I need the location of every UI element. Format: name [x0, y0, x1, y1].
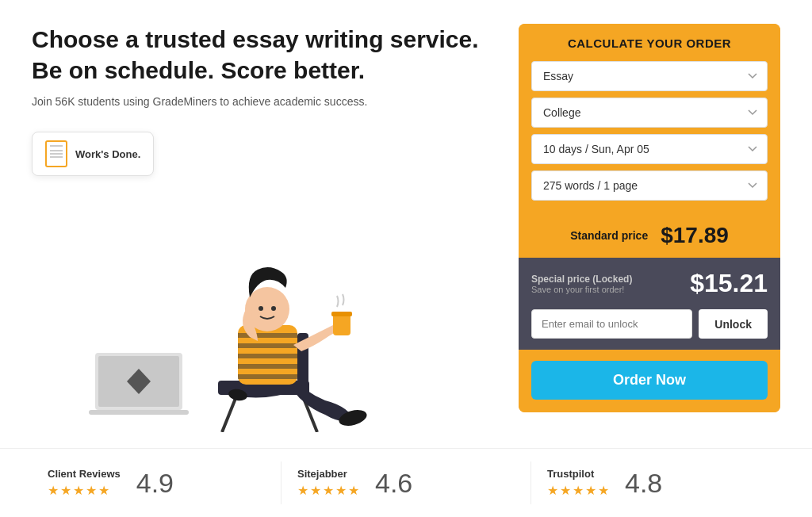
- review-item-trustpilot: Trustpilot ★ ★ ★ ★ ★ 4.8: [531, 461, 780, 504]
- calc-body: Essay Research Paper Term Paper High Sch…: [519, 61, 780, 213]
- standard-price-label: Standard price: [570, 229, 648, 242]
- star-1: ★: [297, 483, 308, 498]
- calc-header: CALCULATE YOUR ORDER: [519, 24, 780, 61]
- stars-client: ★ ★ ★ ★ ★: [48, 483, 121, 498]
- review-item-client: Client Reviews ★ ★ ★ ★ ★ 4.9: [32, 461, 282, 504]
- svg-point-17: [259, 306, 263, 311]
- special-price-title: Special price (Locked): [531, 274, 632, 285]
- svg-rect-3: [89, 410, 189, 415]
- star-2: ★: [560, 483, 571, 498]
- calc-header-title: CALCULATE YOUR ORDER: [534, 36, 764, 50]
- essay-type-select[interactable]: Essay Research Paper Term Paper: [531, 61, 768, 91]
- review-left-client: Client Reviews ★ ★ ★ ★ ★: [48, 468, 121, 498]
- email-input[interactable]: [531, 309, 692, 339]
- review-platform-client: Client Reviews: [48, 468, 121, 480]
- academic-level-select[interactable]: High School College University: [531, 98, 768, 128]
- reviews-bar: Client Reviews ★ ★ ★ ★ ★ 4.9 Sitejabber …: [0, 448, 812, 517]
- pages-select[interactable]: 275 words / 1 page 550 words / 2 pages: [531, 170, 768, 201]
- svg-rect-13: [238, 354, 297, 358]
- review-platform-sitejabber: Sitejabber: [297, 468, 359, 480]
- star-4: ★: [585, 483, 596, 498]
- svg-point-18: [271, 306, 276, 311]
- hero-title: Choose a trusted essay writing service. …: [32, 24, 495, 86]
- svg-rect-11: [238, 333, 297, 338]
- review-left-sitejabber: Sitejabber ★ ★ ★ ★ ★: [297, 468, 359, 498]
- calculator-card: CALCULATE YOUR ORDER Essay Research Pape…: [519, 24, 780, 412]
- special-price-amount: $15.21: [690, 269, 768, 298]
- page-wrapper: Choose a trusted essay writing service. …: [0, 0, 812, 517]
- review-score-trustpilot: 4.8: [625, 469, 662, 496]
- special-price-subtitle: Save on your first order!: [531, 285, 632, 294]
- review-score-client: 4.9: [136, 469, 174, 496]
- svg-rect-12: [238, 343, 297, 348]
- svg-rect-20: [331, 312, 352, 316]
- hero-illustration: [79, 210, 381, 432]
- doc-icon: [45, 140, 67, 167]
- works-done-text: Work's Done.: [75, 148, 140, 160]
- review-score-sitejabber: 4.6: [375, 469, 412, 496]
- order-now-button[interactable]: Order Now: [531, 361, 768, 400]
- special-price-section: Special price (Locked) Save on your firs…: [519, 258, 780, 309]
- star-5: ★: [348, 483, 359, 498]
- svg-rect-15: [238, 374, 297, 379]
- svg-rect-14: [238, 364, 297, 369]
- works-done-badge: Work's Done.: [32, 132, 154, 176]
- unlock-button[interactable]: Unlock: [699, 309, 768, 339]
- deadline-select[interactable]: 3 hours 1 day 10 days / Sun, Apr 05: [531, 134, 768, 164]
- star-5: ★: [98, 483, 109, 498]
- stars-sitejabber: ★ ★ ★ ★ ★: [297, 483, 359, 498]
- special-price-left: Special price (Locked) Save on your firs…: [531, 274, 632, 294]
- left-section: Choose a trusted essay writing service. …: [32, 24, 495, 432]
- star-2: ★: [60, 483, 71, 498]
- illustration-area: Work's Done.: [32, 124, 495, 432]
- star-4: ★: [86, 483, 97, 498]
- svg-rect-19: [333, 313, 350, 335]
- review-item-sitejabber: Sitejabber ★ ★ ★ ★ ★ 4.6: [282, 461, 531, 504]
- star-1: ★: [547, 483, 558, 498]
- stars-trustpilot: ★ ★ ★ ★ ★: [547, 483, 609, 498]
- star-5: ★: [598, 483, 609, 498]
- star-2: ★: [310, 483, 321, 498]
- star-3: ★: [323, 483, 334, 498]
- review-left-trustpilot: Trustpilot ★ ★ ★ ★ ★: [547, 468, 609, 498]
- star-4: ★: [335, 483, 347, 498]
- standard-price: $17.89: [661, 223, 729, 248]
- right-panel: CALCULATE YOUR ORDER Essay Research Pape…: [519, 24, 780, 432]
- star-1: ★: [48, 483, 59, 498]
- hero-subtitle: Join 56K students using GradeMiners to a…: [32, 95, 495, 108]
- price-section: Standard price $17.89: [519, 213, 780, 258]
- review-platform-trustpilot: Trustpilot: [547, 468, 609, 480]
- unlock-section: Unlock: [519, 309, 780, 350]
- star-3: ★: [73, 483, 84, 498]
- main-content: Choose a trusted essay writing service. …: [0, 0, 812, 448]
- order-now-section: Order Now: [519, 350, 780, 412]
- star-3: ★: [573, 483, 584, 498]
